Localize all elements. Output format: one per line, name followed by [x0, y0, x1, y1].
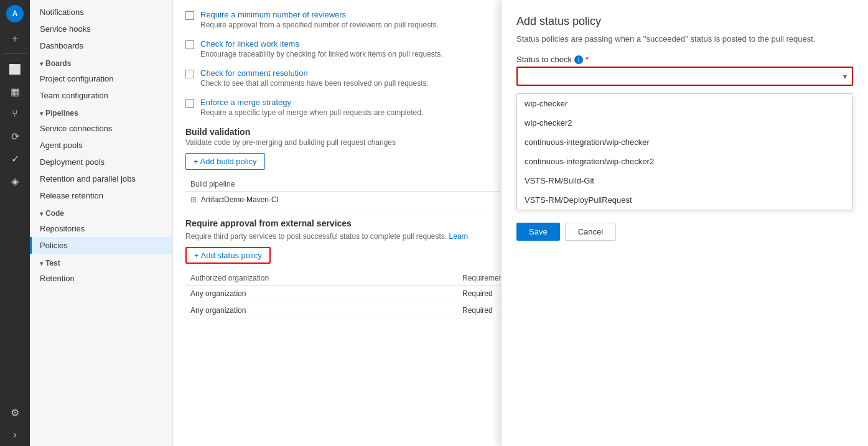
sidebar-item-release-retention[interactable]: Release retention — [30, 187, 172, 204]
avatar[interactable]: A — [6, 5, 24, 22]
dropdown-item-ci-wip-checker2[interactable]: continuous-integration/wip-checker2 — [517, 152, 852, 171]
sidebar-section-test[interactable]: ▾ Test — [30, 254, 172, 270]
section-code-label: Code — [45, 209, 64, 218]
dropdown-list: wip-checker wip-checker2 continuous-inte… — [516, 93, 853, 210]
col-authorized-org: Authorized organization — [185, 271, 457, 286]
policy-desc-min-reviewers: Require approval from a specified number… — [200, 21, 439, 29]
section-pipelines-label: Pipelines — [45, 109, 78, 118]
overlay-subtitle: Status policies are passing when a "succ… — [516, 34, 853, 44]
policy-checkbox-min-reviewers[interactable] — [185, 11, 194, 20]
sidebar-item-service-hooks[interactable]: Service hooks — [30, 21, 172, 37]
separator — [3, 53, 27, 54]
policy-desc-comment-resolution: Check to see that all comments have been… — [200, 79, 429, 88]
col-build-pipeline: Build pipeline — [185, 177, 528, 192]
add-build-policy-button[interactable]: + Add build policy — [185, 153, 265, 170]
save-button[interactable]: Save — [516, 223, 560, 241]
pipeline-icon: ⊞ — [190, 195, 197, 204]
cell-pipeline: ⊞ ArtifactDemo-Maven-CI — [185, 192, 528, 208]
section-test-label: Test — [45, 259, 60, 267]
policy-text-linked-work: Check for linked work items Encourage tr… — [200, 39, 443, 58]
dropdown-item-ci-wip-checker[interactable]: continuous-integration/wip-checker — [517, 132, 852, 152]
icon-bar: A ＋ ⬜ ▦ ⑂ ⟳ ✓ ◈ ⚙ › — [0, 0, 30, 446]
dropdown-item-wip-checker[interactable]: wip-checker — [517, 94, 852, 113]
collapse-icon[interactable]: › — [5, 425, 25, 445]
cell-org-1: Any organization — [185, 286, 457, 302]
policy-desc-merge-strategy: Require a specific type of merge when pu… — [200, 108, 423, 117]
add-icon[interactable]: ＋ — [5, 29, 25, 49]
policy-text-comment-resolution: Check for comment resolution Check to se… — [200, 68, 429, 88]
overlay-footer: Save Cancel — [516, 223, 853, 241]
sidebar: Notifications Service hooks Dashboards ▾… — [30, 0, 173, 446]
dropdown-item-vsts-build-git[interactable]: VSTS-RM/Build-Git — [517, 171, 852, 190]
policy-checkbox-comment-resolution[interactable] — [185, 70, 194, 78]
settings-icon[interactable]: ⚙ — [5, 402, 25, 422]
dropdown-item-wip-checker2[interactable]: wip-checker2 — [517, 113, 852, 132]
status-check-input[interactable] — [518, 68, 852, 85]
repos-icon[interactable]: ⑂ — [5, 104, 25, 124]
chevron-down-icon: ▾ — [40, 260, 43, 267]
overlay-title: Add status policy — [516, 15, 853, 28]
overview-icon[interactable]: ⬜ — [5, 59, 25, 79]
info-icon[interactable]: i — [574, 55, 583, 64]
status-input-wrap: ▾ — [516, 67, 853, 86]
section-boards-label: Boards — [45, 59, 71, 68]
sidebar-section-pipelines[interactable]: ▾ Pipelines — [30, 104, 172, 120]
sidebar-item-team-configuration[interactable]: Team configuration — [30, 87, 172, 104]
label-text: Status to check — [516, 55, 572, 64]
policy-checkbox-merge-strategy[interactable] — [185, 99, 194, 108]
add-status-policy-button[interactable]: + Add status policy — [185, 247, 271, 264]
status-check-label: Status to check i * — [516, 55, 853, 64]
sidebar-item-repositories[interactable]: Repositories — [30, 220, 172, 237]
required-star: * — [586, 55, 589, 64]
pipelines-icon[interactable]: ⟳ — [5, 126, 25, 146]
boards-icon[interactable]: ▦ — [5, 81, 25, 101]
sidebar-item-project-configuration[interactable]: Project configuration — [30, 70, 172, 87]
cell-org-2: Any organization — [185, 302, 457, 319]
learn-more-link[interactable]: Learn — [449, 232, 469, 241]
main-content: Require a minimum number of reviewers Re… — [173, 0, 868, 446]
dropdown-item-vsts-deploy[interactable]: VSTS-RM/DeployPullRequest — [517, 190, 852, 210]
policy-name-linked-work[interactable]: Check for linked work items — [200, 39, 443, 49]
policy-desc-linked-work: Encourage traceability by checking for l… — [200, 50, 443, 58]
overlay-panel: Add status policy Status policies are pa… — [501, 0, 868, 446]
sidebar-item-agent-pools[interactable]: Agent pools — [30, 137, 172, 154]
artifacts-icon[interactable]: ◈ — [5, 171, 25, 191]
chevron-down-icon: ▾ — [40, 60, 43, 67]
chevron-down-icon: ▾ — [40, 110, 43, 117]
sidebar-item-dashboards[interactable]: Dashboards — [30, 37, 172, 54]
policy-checkbox-linked-work[interactable] — [185, 40, 194, 49]
sidebar-item-policies[interactable]: Policies — [30, 237, 172, 254]
cancel-button[interactable]: Cancel — [565, 223, 616, 241]
sidebar-section-boards[interactable]: ▾ Boards — [30, 54, 172, 70]
sidebar-section-code[interactable]: ▾ Code — [30, 204, 172, 220]
sidebar-item-retention[interactable]: Retention — [30, 270, 172, 287]
sidebar-item-deployment-pools[interactable]: Deployment pools — [30, 154, 172, 170]
sidebar-item-retention-parallel[interactable]: Retention and parallel jobs — [30, 170, 172, 187]
sidebar-item-service-connections[interactable]: Service connections — [30, 120, 172, 137]
policy-text-merge-strategy: Enforce a merge strategy Require a speci… — [200, 98, 423, 117]
policy-name-min-reviewers[interactable]: Require a minimum number of reviewers — [200, 10, 439, 19]
sidebar-item-notifications[interactable]: Notifications — [30, 4, 172, 21]
policy-text-min-reviewers: Require a minimum number of reviewers Re… — [200, 10, 439, 29]
chevron-down-icon: ▾ — [40, 210, 43, 217]
policy-name-comment-resolution[interactable]: Check for comment resolution — [200, 68, 429, 78]
policy-name-merge-strategy[interactable]: Enforce a merge strategy — [200, 98, 423, 107]
dropdown-arrow-icon: ▾ — [843, 72, 847, 81]
testplans-icon[interactable]: ✓ — [5, 149, 25, 169]
